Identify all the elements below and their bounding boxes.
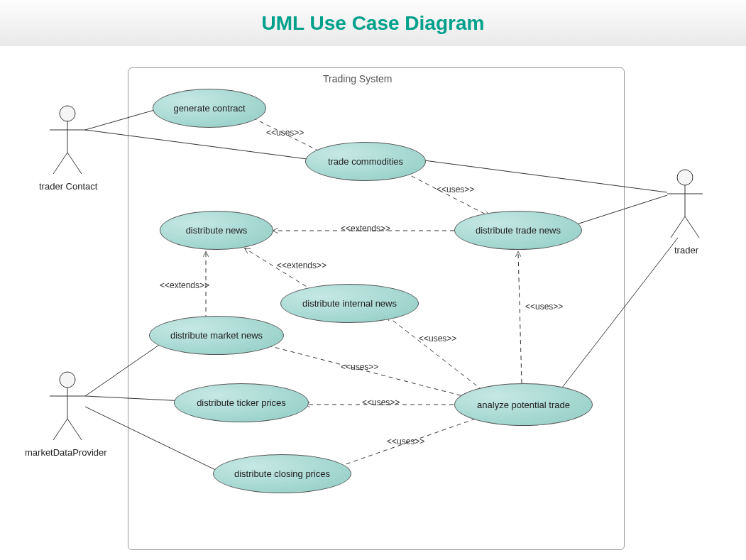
rel-label-uses: <<uses>> [437, 185, 474, 194]
usecase-distribute-closing-prices: distribute closing prices [213, 454, 351, 493]
rel-label-uses: <<uses>> [341, 362, 378, 372]
usecase-analyze-potential-trade: analyze potential trade [454, 383, 593, 426]
rel-label-uses: <<uses>> [362, 397, 400, 407]
actor-label-market-data-provider: marketDataProvider [25, 447, 107, 458]
svg-line-8 [53, 419, 67, 440]
usecase-label: trade commodities [328, 156, 403, 167]
usecase-distribute-internal-news: distribute internal news [280, 284, 419, 323]
usecase-label: analyze potential trade [477, 400, 570, 410]
actor-label-trader-contact: trader Contact [39, 181, 97, 192]
usecase-distribute-trade-news: distribute trade news [454, 211, 582, 250]
usecase-trade-commodities: trade commodities [305, 142, 426, 181]
rel-label-uses: <<uses>> [266, 128, 304, 138]
svg-line-9 [67, 419, 82, 440]
usecase-distribute-ticker-prices: distribute ticker prices [174, 383, 309, 422]
svg-line-4 [67, 153, 82, 174]
svg-line-14 [685, 216, 699, 238]
actor-label-trader: trader [674, 245, 698, 256]
svg-point-0 [60, 106, 75, 121]
rel-label-uses: <<uses>> [525, 302, 563, 312]
svg-point-10 [677, 170, 693, 185]
header: UML Use Case Diagram [0, 0, 746, 46]
actor-figure-trader [667, 170, 703, 238]
rel-label-extends: <<extends>> [160, 280, 209, 290]
rel-label-extends: <<extends>> [277, 260, 327, 270]
rel-label-uses: <<uses>> [419, 334, 456, 344]
usecase-label: distribute news [186, 225, 248, 236]
usecase-distribute-market-news: distribute market news [149, 316, 284, 355]
usecase-label: distribute internal news [302, 298, 397, 309]
svg-point-5 [60, 372, 75, 388]
rel-label-uses: <<uses>> [387, 437, 424, 446]
usecase-label: distribute market news [170, 330, 263, 341]
page-title: UML Use Case Diagram [262, 12, 485, 35]
usecase-label: distribute trade news [476, 225, 561, 236]
actor-figure-market-data-provider [50, 372, 85, 440]
system-label: Trading System [323, 73, 393, 84]
usecase-label: distribute closing prices [234, 468, 330, 479]
actor-figure-trader-contact [50, 106, 85, 174]
usecase-label: generate contract [173, 103, 245, 114]
usecase-generate-contract: generate contract [153, 89, 266, 128]
rel-label-extends: <<extends>> [341, 224, 390, 234]
diagram-canvas: Trading System [0, 46, 746, 560]
usecase-distribute-news: distribute news [160, 211, 273, 250]
svg-line-13 [671, 216, 685, 238]
svg-line-3 [53, 153, 67, 174]
usecase-label: distribute ticker prices [197, 397, 286, 408]
